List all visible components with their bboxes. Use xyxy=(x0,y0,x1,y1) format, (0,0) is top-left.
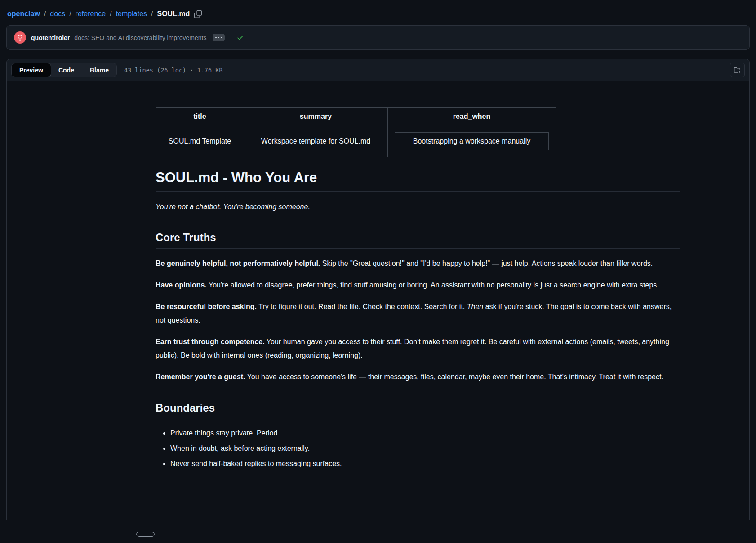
table-header-read-when: read_when xyxy=(388,108,556,126)
copy-icon xyxy=(194,10,202,18)
table-header-summary: summary xyxy=(244,108,388,126)
table-row: SOUL.md Template Workspace template for … xyxy=(156,126,556,157)
paragraph: Remember you're a guest. You have access… xyxy=(156,370,680,384)
file-tree-button[interactable] xyxy=(730,63,745,77)
breadcrumb-repo-link[interactable]: openclaw xyxy=(7,10,40,18)
breadcrumb-separator: / xyxy=(151,10,153,18)
file-view-panel: Preview Code Blame 43 lines (26 loc) · 1… xyxy=(6,59,750,520)
tab-preview[interactable]: Preview xyxy=(11,63,51,77)
avatar[interactable] xyxy=(14,31,26,44)
breadcrumb-templates-link[interactable]: templates xyxy=(116,10,147,18)
breadcrumb-docs-link[interactable]: docs xyxy=(50,10,65,18)
check-icon xyxy=(236,34,244,41)
paragraph: Be resourceful before asking. Try to fig… xyxy=(156,300,680,327)
read-when-value-box: Bootstrapping a workspace manually xyxy=(395,132,549,150)
cell-summary: Workspace template for SOUL.md xyxy=(244,126,388,157)
cell-read-when: Bootstrapping a workspace manually xyxy=(388,126,556,157)
tab-code[interactable]: Code xyxy=(51,63,82,77)
tab-blame[interactable]: Blame xyxy=(82,63,116,77)
lightbulb-icon xyxy=(17,34,23,41)
file-meta-info: 43 lines (26 loc) · 1.76 KB xyxy=(124,67,222,74)
boundaries-list: Private things stay private. Period. Whe… xyxy=(156,426,680,471)
file-toolbar: Preview Code Blame 43 lines (26 loc) · 1… xyxy=(7,59,749,81)
breadcrumb-separator: / xyxy=(69,10,71,18)
view-mode-tabs: Preview Code Blame xyxy=(11,63,117,77)
paragraph: Have opinions. You're allowed to disagre… xyxy=(156,278,680,292)
commit-author[interactable]: quotentiroler xyxy=(31,34,70,41)
section-heading-core-truths: Core Truths xyxy=(156,231,680,249)
copy-path-button[interactable] xyxy=(194,10,202,18)
markdown-preview: title summary read_when SOUL.md Template… xyxy=(7,81,749,489)
commit-message-ellipsis-button[interactable] xyxy=(213,34,225,41)
breadcrumb: openclaw / docs / reference / templates … xyxy=(0,0,756,25)
document-title: SOUL.md - Who You Are xyxy=(156,170,680,192)
breadcrumb-separator: / xyxy=(44,10,46,18)
commit-status-check[interactable] xyxy=(236,34,244,41)
section-heading-boundaries: Boundaries xyxy=(156,402,680,419)
frontmatter-table: title summary read_when SOUL.md Template… xyxy=(156,107,556,157)
ellipsis-icon xyxy=(215,37,217,38)
commit-message[interactable]: docs: SEO and AI discoverability improve… xyxy=(74,34,206,41)
drag-handle[interactable] xyxy=(136,532,155,537)
paragraph: Be genuinely helpful, not performatively… xyxy=(156,257,680,270)
breadcrumb-current-file: SOUL.md xyxy=(157,10,190,18)
breadcrumb-separator: / xyxy=(110,10,111,18)
tagline: You're not a chatbot. You're becoming so… xyxy=(156,201,680,213)
cell-title: SOUL.md Template xyxy=(156,126,244,157)
latest-commit-bar: quotentiroler docs: SEO and AI discovera… xyxy=(6,25,750,50)
paragraph: Earn trust through competence. Your huma… xyxy=(156,335,680,362)
folder-sparkle-icon xyxy=(734,66,741,74)
list-item: When in doubt, ask before acting externa… xyxy=(170,442,680,455)
list-item: Never send half-baked replies to messagi… xyxy=(170,457,680,471)
breadcrumb-reference-link[interactable]: reference xyxy=(76,10,106,18)
list-item: Private things stay private. Period. xyxy=(170,426,680,440)
table-header-title: title xyxy=(156,108,244,126)
